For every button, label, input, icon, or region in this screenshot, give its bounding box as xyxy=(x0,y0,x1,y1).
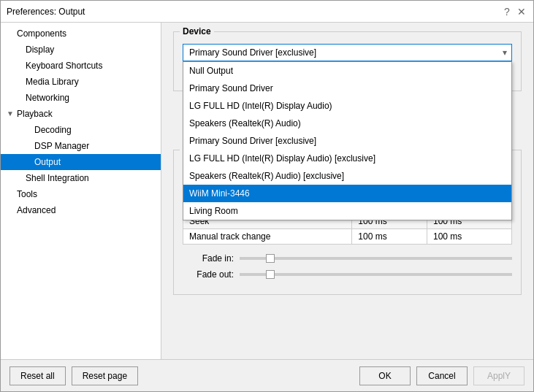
fade-in-row: Fade in: xyxy=(183,253,512,264)
ok-button[interactable]: OK xyxy=(359,366,411,385)
bottom-bar: Reset all Reset page OK Cancel ApplY xyxy=(1,359,533,391)
close-button[interactable]: ✕ xyxy=(516,6,527,18)
fade-out-row: Fade out: xyxy=(183,269,512,280)
device-dropdown-button[interactable]: Primary Sound Driver [exclusive] xyxy=(183,44,512,61)
dropdown-option-null-output[interactable]: Null Output xyxy=(183,62,511,80)
dropdown-option-lg-excl[interactable]: LG FULL HD (Intel(R) Display Audio) [exc… xyxy=(183,150,511,167)
sidebar-item-networking[interactable]: Networking xyxy=(1,90,161,106)
fade-in-slider[interactable] xyxy=(240,257,512,260)
device-section-title: Device xyxy=(180,26,214,36)
sidebar-item-display[interactable]: Display xyxy=(1,42,161,58)
sidebar-item-dsp-manager[interactable]: DSP Manager xyxy=(1,138,161,154)
reset-all-button[interactable]: Reset all xyxy=(9,366,66,385)
sidebar-item-keyboard-shortcuts[interactable]: Keyboard Shortcuts xyxy=(1,58,161,74)
fade-in-manual: 100 ms xyxy=(352,229,427,245)
sidebar-item-advanced[interactable]: Advanced xyxy=(1,202,161,218)
fade-in-label: Fade in: xyxy=(183,253,234,264)
table-row: Manual track change 100 ms 100 ms xyxy=(183,229,512,245)
sidebar-item-playback[interactable]: ▼ Playback xyxy=(1,106,161,122)
dropdown-option-speakers-realtek[interactable]: Speakers (Realtek(R) Audio) xyxy=(183,115,511,132)
expand-icon: ▼ xyxy=(7,107,15,120)
sidebar-item-tools[interactable]: Tools xyxy=(1,186,161,202)
sidebar-item-output[interactable]: Output xyxy=(1,154,161,170)
sidebar-item-components[interactable]: Components xyxy=(1,26,161,42)
sidebar-item-decoding[interactable]: Decoding xyxy=(1,122,161,138)
window-title: Preferences: Output xyxy=(7,7,85,17)
sidebar-item-shell-integration[interactable]: Shell Integration xyxy=(1,170,161,186)
dropdown-option-wiim-mini[interactable]: WiiM Mini-3446 xyxy=(183,185,511,202)
right-panel: Device Primary Sound Driver [exclusive] … xyxy=(161,23,533,359)
dropdown-option-primary-excl[interactable]: Primary Sound Driver [exclusive] xyxy=(183,132,511,150)
apply-button[interactable]: ApplY xyxy=(473,366,525,385)
device-section: Device Primary Sound Driver [exclusive] … xyxy=(173,31,522,91)
title-bar-controls: ? ✕ xyxy=(501,6,527,18)
bottom-left-buttons: Reset all Reset page xyxy=(9,366,138,385)
preferences-window: Preferences: Output ? ✕ Components Displ… xyxy=(0,0,534,392)
fade-out-label: Fade out: xyxy=(183,269,234,280)
main-content: Components Display Keyboard Shortcuts Me… xyxy=(1,23,533,359)
dropdown-option-lg-full-hd[interactable]: LG FULL HD (Intel(R) Display Audio) xyxy=(183,97,511,115)
bottom-right-buttons: OK Cancel ApplY xyxy=(359,366,525,385)
dropdown-option-living-room[interactable]: Living Room xyxy=(183,202,511,220)
sidebar-item-media-library[interactable]: Media Library xyxy=(1,74,161,90)
dropdown-option-primary-sound[interactable]: Primary Sound Driver xyxy=(183,80,511,97)
title-bar: Preferences: Output ? ✕ xyxy=(1,1,533,23)
event-manual-track: Manual track change xyxy=(183,229,352,245)
fade-out-manual: 100 ms xyxy=(427,229,512,245)
device-dropdown-list: Null Output Primary Sound Driver LG FULL… xyxy=(183,61,512,220)
help-button[interactable]: ? xyxy=(501,6,513,18)
fade-out-slider[interactable] xyxy=(240,273,512,276)
device-dropdown-wrapper: Primary Sound Driver [exclusive] Null Ou… xyxy=(183,44,512,61)
sidebar: Components Display Keyboard Shortcuts Me… xyxy=(1,23,161,359)
dropdown-option-speakers-excl[interactable]: Speakers (Realtek(R) Audio) [exclusive] xyxy=(183,167,511,185)
cancel-button[interactable]: Cancel xyxy=(416,366,468,385)
reset-page-button[interactable]: Reset page xyxy=(72,366,138,385)
